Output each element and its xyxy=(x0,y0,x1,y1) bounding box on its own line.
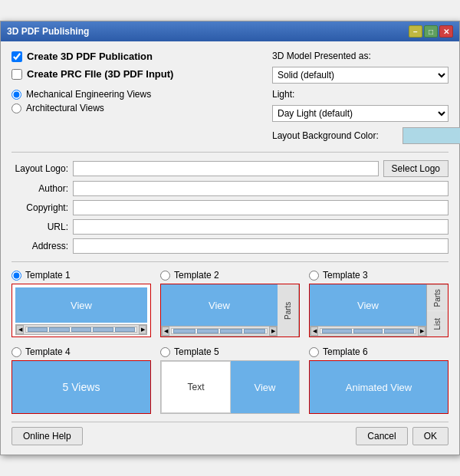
template-1-view: View xyxy=(15,287,147,323)
template-6-item: Template 6 Animated View xyxy=(309,346,449,414)
template-5-view: View xyxy=(231,361,299,413)
scroll-seg-1 xyxy=(28,327,48,332)
mechanical-row: Mechanical Engineering Views xyxy=(12,89,257,100)
template-6-box[interactable]: Animated View xyxy=(309,360,449,414)
template-4-box[interactable]: 5 Views xyxy=(12,360,151,414)
minimize-button[interactable]: − xyxy=(409,25,422,38)
light-select[interactable]: Day Light (default) Night Blue Sky xyxy=(272,105,449,122)
select-logo-button[interactable]: Select Logo xyxy=(383,160,449,177)
bgcolor-row: Layout Background Color: ▼ xyxy=(272,127,449,144)
template-6-radio-row: Template 6 xyxy=(309,346,449,357)
template-6-view: Animated View xyxy=(310,361,448,413)
template-3-radio-row: Template 3 xyxy=(309,270,449,281)
template-2-view-area: View ◀ ▶ xyxy=(161,284,278,336)
cancel-button[interactable]: Cancel xyxy=(356,427,407,445)
dialog-content: Create 3D PDF Publication Create PRC FIl… xyxy=(1,41,459,455)
template-2-inner: View ◀ ▶ xyxy=(161,284,299,336)
create-prc-row: Create PRC FIle (3D PDF Input) xyxy=(12,68,257,80)
scroll-right-arrow[interactable]: ▶ xyxy=(139,325,146,334)
template-4-view: 5 Views xyxy=(12,361,150,413)
architectural-label: Architectural Views xyxy=(26,103,104,113)
template-2-radio[interactable] xyxy=(160,271,170,281)
template-1-scroll: ◀ ▶ xyxy=(15,324,147,335)
bgcolor-color-box[interactable] xyxy=(402,127,460,144)
mechanical-label: Mechanical Engineering Views xyxy=(26,89,151,100)
layout-logo-input[interactable] xyxy=(73,161,379,176)
title-bar: 3D PDF Publishing − □ ✕ xyxy=(1,21,459,41)
light-row: Light: xyxy=(272,89,449,100)
online-help-button[interactable]: Online Help xyxy=(12,427,83,445)
template-3-radio[interactable] xyxy=(309,271,319,281)
form-section: Layout Logo: Select Logo Author: Copyrig… xyxy=(12,160,449,254)
template-2-radio-row: Template 2 xyxy=(160,270,300,281)
author-row: Author: xyxy=(12,181,449,196)
template-3-box[interactable]: View ◀ ▶ xyxy=(309,284,449,337)
copyright-input[interactable] xyxy=(73,200,449,215)
template-5-label: Template 5 xyxy=(174,346,219,357)
t2-scroll-right[interactable]: ▶ xyxy=(269,327,277,336)
template-3-item: Template 3 View ◀ xyxy=(309,270,449,337)
ok-button[interactable]: OK xyxy=(412,427,449,445)
author-input[interactable] xyxy=(73,181,449,196)
t2-scroll-track xyxy=(171,328,268,334)
copyright-row: Copyright: xyxy=(12,200,449,215)
maximize-button[interactable]: □ xyxy=(424,25,438,38)
template-1-radio[interactable] xyxy=(12,271,21,281)
window-title: 3D PDF Publishing xyxy=(7,26,89,37)
author-label: Author: xyxy=(12,183,73,194)
scroll-seg-5 xyxy=(115,327,135,332)
template-5-box[interactable]: Text View xyxy=(160,360,300,414)
t3-scroll-left[interactable]: ◀ xyxy=(310,327,318,336)
main-window: 3D PDF Publishing − □ ✕ Create 3D PDF Pu… xyxy=(0,21,460,455)
model-row: 3D Model Presented as: xyxy=(272,51,449,61)
template-2-view: View xyxy=(161,284,278,326)
logo-row: Layout Logo: Select Logo xyxy=(12,160,449,177)
scroll-left-arrow[interactable]: ◀ xyxy=(16,325,24,334)
url-label: URL: xyxy=(12,222,73,232)
template-4-radio[interactable] xyxy=(12,347,21,357)
template-2-box[interactable]: View ◀ ▶ xyxy=(160,284,300,337)
divider-2 xyxy=(12,261,449,262)
t2-scroll-left[interactable]: ◀ xyxy=(162,327,169,336)
template-4-radio-row: Template 4 xyxy=(12,346,151,357)
model-select-row: Solid (default) Wireframe Transparent xyxy=(272,67,449,84)
address-label: Address: xyxy=(12,241,73,251)
scroll-seg-2 xyxy=(49,327,69,332)
url-row: URL: xyxy=(12,219,449,235)
create-prc-checkbox[interactable] xyxy=(12,69,22,80)
scroll-seg-3 xyxy=(71,327,91,332)
scroll-seg-4 xyxy=(93,327,113,332)
light-label: Light: xyxy=(272,89,402,100)
architectural-row: Architectural Views xyxy=(12,103,257,113)
bottom-right-buttons: Cancel OK xyxy=(356,427,449,445)
bottom-bar: Online Help Cancel OK xyxy=(12,422,449,447)
create-3d-checkbox[interactable] xyxy=(12,51,22,62)
divider-1 xyxy=(12,152,449,153)
create-3d-label: Create 3D PDF Publication xyxy=(27,51,153,62)
layout-logo-label: Layout Logo: xyxy=(12,163,73,174)
template-1-box[interactable]: View ◀ ▶ xyxy=(12,284,151,337)
template-3-view: View xyxy=(310,284,426,326)
template-2-item: Template 2 View ◀ xyxy=(160,270,300,337)
template-3-side: Parts List xyxy=(426,284,448,336)
template-1-item: Template 1 View ◀ xyxy=(12,270,151,337)
url-input[interactable] xyxy=(73,219,449,235)
template-5-item: Template 5 Text View xyxy=(160,346,300,414)
mechanical-radio[interactable] xyxy=(12,90,21,100)
t3-scroll-track xyxy=(320,328,416,334)
template-5-radio[interactable] xyxy=(160,347,170,357)
model-select[interactable]: Solid (default) Wireframe Transparent xyxy=(272,67,449,84)
template-5-inner: Text View xyxy=(161,361,299,413)
template-5-radio-row: Template 5 xyxy=(160,346,300,357)
left-top: Create 3D PDF Publication Create PRC FIl… xyxy=(12,51,257,144)
address-input[interactable] xyxy=(73,238,449,254)
template-6-radio[interactable] xyxy=(309,347,319,357)
template-4-item: Template 4 5 Views xyxy=(12,346,151,414)
architectural-radio[interactable] xyxy=(12,103,21,113)
model-label: 3D Model Presented as: xyxy=(272,51,402,61)
template-2-label: Template 2 xyxy=(174,270,219,281)
close-button[interactable]: ✕ xyxy=(439,25,453,38)
template-grid: Template 1 View ◀ xyxy=(12,270,449,414)
template-2-scroll: ◀ ▶ xyxy=(161,326,278,336)
t3-scroll-right[interactable]: ▶ xyxy=(418,327,426,336)
